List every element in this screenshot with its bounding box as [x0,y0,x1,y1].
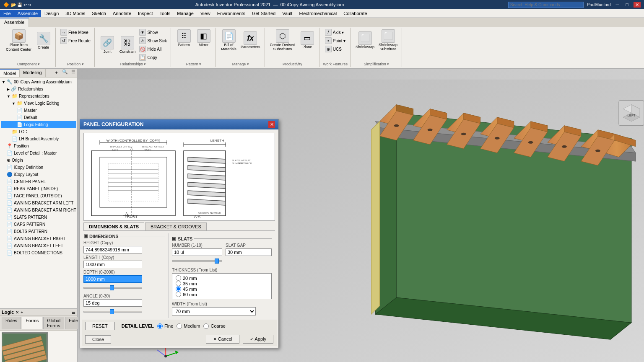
tree-item-bolts-pattern[interactable]: 📄 BOLTS PATTERN [1,228,76,235]
tree-item-rear-panel[interactable]: 📄 REAR PANEL (INSIDE) [1,185,76,192]
tree-item-awning-bracket-right[interactable]: 📄 AWNING BRACKET ARM RIGHT [1,207,76,214]
logic-panel-close[interactable]: ✕ [16,310,19,315]
thickness-20mm-radio[interactable] [176,275,181,281]
tree-item-relationships[interactable]: ▶ 🔗 Relationships [1,85,76,93]
tree-item-awning-bracket-left[interactable]: 📄 AWNING BRACKET ARM LEFT [1,199,76,207]
menu-getstarted[interactable]: Get Started [249,10,279,17]
menu-assemble[interactable]: Assemble [14,10,41,17]
maximize-button[interactable]: □ [624,2,630,7]
copy-button[interactable]: 📋 Copy [138,54,168,61]
joint-button[interactable]: 🔗 Joint [98,35,117,54]
menu-sketch[interactable]: Sketch [88,10,109,17]
height-input[interactable] [83,246,142,253]
tree-item-origin[interactable]: ⊕ Origin [1,157,76,164]
detail-fine[interactable]: Fine [157,323,173,329]
menu-inspect[interactable]: Inspect [135,10,156,17]
tab-global-forms[interactable]: Global Forms [43,317,64,329]
tree-item-lod[interactable]: 📁 LOD [1,128,76,135]
logic-panel-add[interactable]: + [21,310,23,315]
plane-button[interactable]: ▭ Plane [298,31,317,50]
menu-3dmodel[interactable]: 3D Model [62,10,88,17]
tree-item-logic-editing[interactable]: 📄 Logic Editing [1,121,76,128]
expand-root[interactable]: ▼ [2,80,5,84]
logic-panel-menu[interactable]: ☰ [72,310,75,315]
tree-item-face-panel[interactable]: 📄 FACE PANEL (OUTSIDE) [1,192,76,199]
tab-dimensions-slats[interactable]: DIMENSIONS & SLATS [83,222,144,230]
thickness-45mm[interactable]: 45 mm [176,286,268,292]
tree-item-bolted-connections[interactable]: 📄 BOLTED CONNECTIONS [1,249,76,256]
free-move-button[interactable]: ↔ Free Move [59,28,90,36]
reset-button[interactable]: RESET [85,322,115,330]
depth-input[interactable] [83,275,142,283]
tree-item-root[interactable]: ▼ 🔧 00 iCopy Awning Assembly.iam [1,78,76,85]
thickness-35mm-radio[interactable] [176,281,181,286]
tree-item-master[interactable]: 📄 Master [1,107,76,114]
menu-environments[interactable]: Environments [214,10,249,17]
expand-relationships[interactable]: ▶ [7,87,10,91]
angle-slider-thumb[interactable] [110,309,114,314]
thickness-45mm-radio[interactable] [176,286,181,292]
menu-tools[interactable]: Tools [156,10,174,17]
width-select[interactable]: 70 mm 90 mm 120 mm [172,307,256,315]
tab-modeling[interactable]: Modeling [20,69,46,77]
place-from-content-center-button[interactable]: 📦 Place fromContent Center [4,28,33,53]
tab-rules[interactable]: Rules [2,317,21,329]
show-sick-button[interactable]: ⚠ Show Sick [138,37,168,44]
detail-medium-radio[interactable] [177,323,182,329]
ucs-button[interactable]: ⊕ UCS [324,45,343,53]
add-panel-tab[interactable]: + [53,69,60,77]
tree-item-center-panel[interactable]: 📄 CENTER PANEL [1,178,76,185]
menu-annotate[interactable]: Annotate [109,10,135,17]
hide-all-button[interactable]: 🚫 Hide All [138,45,168,53]
derived-substitutes-button[interactable]: ⬡ Create DerivedSubstitutes [268,28,297,52]
dialog-titlebar[interactable]: PANEL CONFIGURATION ✕ [80,119,278,129]
tree-item-awning-bracket-left2[interactable]: 📄 AWNING BRACKET LEFT [1,242,76,249]
constrain-button[interactable]: ⛓ Constrain [118,35,138,54]
show-button[interactable]: 👁 Show [138,28,168,36]
thickness-60mm-radio[interactable] [176,292,181,297]
tree-item-position[interactable]: 📍 Position [1,142,76,150]
tree-item-view-logic[interactable]: ▼ 📁 View: Logic Editing [1,100,76,107]
panel-menu-icon[interactable]: ☰ [70,69,77,77]
tree-item-default[interactable]: 📄 Default [1,114,76,121]
detail-coarse-radio[interactable] [203,323,209,329]
minimize-button[interactable]: ─ [614,2,621,7]
depth-slider-thumb[interactable] [110,285,114,290]
tree-item-lh-bracket[interactable]: 📄 LH Bracket Assembly [1,135,76,142]
tree-item-representations[interactable]: ▼ 📁 Representations [1,93,76,100]
thickness-60mm[interactable]: 60 mm [176,292,268,297]
detail-fine-radio[interactable] [157,323,163,329]
cancel-button[interactable]: ✕ Cancel [206,335,239,344]
tab-forms[interactable]: Forms [22,317,42,329]
menu-design[interactable]: Design [41,10,62,17]
close-button[interactable]: ✕ [634,2,641,8]
parameters-button[interactable]: fx Parameters [239,31,262,50]
shrinkwrap-button[interactable]: ⬜ Shrinkwrap [354,31,376,50]
thickness-35mm[interactable]: 35 mm [176,281,268,286]
dialog-close-button[interactable]: ✕ [268,121,275,128]
pattern-button[interactable]: ⠿ Pattern [174,28,193,48]
tree-item-icopy-def[interactable]: 📄 iCopy Definition [1,164,76,171]
length-input[interactable] [83,261,142,268]
slat-gap-input[interactable] [226,248,272,256]
detail-medium[interactable]: Medium [177,323,200,329]
tree-item-level-detail[interactable]: 📄 Level of Detail : Master [1,150,76,157]
apply-button[interactable]: ✓ Apply [243,335,273,344]
menu-file[interactable]: File [0,10,14,17]
tree-item-caps-pattern[interactable]: 📄 CAPS PATTERN [1,221,76,228]
menu-vault[interactable]: Vault [279,10,296,17]
point-button[interactable]: • Point ▾ [324,37,347,44]
number-slider-thumb[interactable] [215,259,219,264]
thickness-20mm[interactable]: 20 mm [176,275,268,281]
axis-button[interactable]: / Axis ▾ [324,28,345,36]
menu-manage[interactable]: Manage [174,10,197,17]
free-rotate-button[interactable]: ↺ Free Rotate [59,37,92,44]
menu-electromechanical[interactable]: Electromechanical [296,10,340,17]
search-input[interactable] [508,2,584,8]
ribbon-tab-assemble[interactable]: Assemble [0,18,29,27]
create-button[interactable]: 🔧 Create [34,31,53,50]
tree-item-awning-bracket-right2[interactable]: 📄 AWNING BRACKET RIGHT [1,235,76,242]
menu-view[interactable]: View [197,10,214,17]
tree-item-slats-pattern[interactable]: 📄 SLATS PATTERN [1,214,76,221]
expand-view-logic[interactable]: ▼ [12,101,16,106]
